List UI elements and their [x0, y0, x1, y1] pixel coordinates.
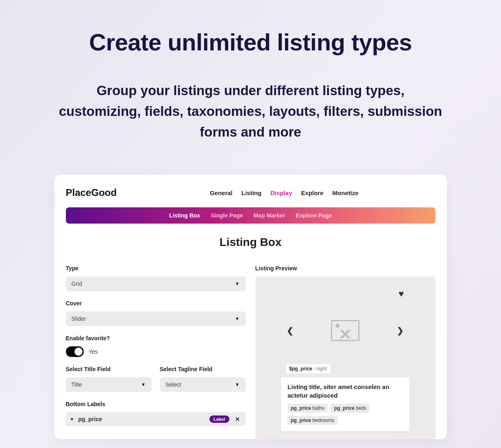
subtab-single-page[interactable]: Single Page	[211, 212, 243, 219]
hero-title: Create unlimited listing types	[0, 28, 501, 56]
type-label: Type	[66, 265, 246, 272]
heart-icon[interactable]: ♥	[399, 289, 404, 299]
next-arrow-icon[interactable]: ❯	[397, 326, 404, 335]
price-prefix: $pg_price	[289, 366, 312, 372]
top-nav-general[interactable]: General	[210, 189, 233, 196]
section-title: Listing Box	[66, 236, 436, 249]
preview-chip: pg_price beds	[331, 404, 370, 413]
bottom-labels-label: Bottom Labels	[66, 401, 246, 407]
chevron-down-icon: ▼	[235, 382, 240, 387]
settings-card: PlaceGood GeneralListingDisplayExploreMo…	[54, 175, 447, 439]
subtab-listing-box[interactable]: Listing Box	[169, 212, 200, 219]
preview-chip: pg_price bedrooms	[288, 416, 338, 425]
price-tag: $pg_price / night	[286, 364, 330, 373]
subtab-map-marker[interactable]: Map Marker	[254, 212, 285, 219]
type-select-value: Grid	[72, 281, 82, 287]
cover-select[interactable]: Slider ▼	[66, 311, 246, 326]
preview-image-area: ♥ ❮ ❯ $pg_price / night	[281, 284, 410, 377]
close-icon[interactable]: ✕	[233, 416, 242, 422]
top-nav-display[interactable]: Display	[270, 189, 292, 196]
chevron-down-icon: ▼	[235, 316, 240, 322]
top-nav: GeneralListingDisplayExploreMonetize	[210, 189, 359, 196]
preview-label: Listing Preview	[255, 265, 436, 272]
chevron-down-icon: ▼	[70, 417, 74, 422]
subtab-explore-page[interactable]: Explore Page	[296, 212, 332, 219]
top-nav-explore[interactable]: Explore	[301, 189, 323, 196]
chevron-down-icon: ▼	[141, 382, 146, 387]
preview-chips: pg_price bathspg_price bedspg_price bedr…	[288, 404, 403, 425]
preview-listing-title: Listing title, siter amet conselen an ac…	[288, 383, 403, 400]
bottom-label-text: pg_price	[78, 416, 205, 422]
favorite-toggle[interactable]	[66, 346, 84, 357]
tagline-field-label: Select Tagline Field	[160, 366, 246, 372]
image-placeholder-icon	[331, 320, 359, 341]
brand-logo: PlaceGood	[66, 187, 117, 198]
cover-label: Cover	[66, 300, 246, 307]
prev-arrow-icon[interactable]: ❮	[287, 326, 294, 335]
preview-card: ♥ ❮ ❯ $pg_price / night Listing title, s…	[281, 284, 410, 431]
title-field-label: Select Title Field	[66, 366, 152, 372]
top-nav-monetize[interactable]: Monetize	[332, 189, 358, 196]
bottom-label-item[interactable]: ▼ pg_price Label ✕	[66, 412, 246, 426]
tagline-field-value: Select	[166, 381, 181, 388]
title-field-select[interactable]: Title ▼	[66, 377, 152, 392]
toggle-knob	[74, 348, 83, 356]
top-nav-listing[interactable]: Listing	[242, 189, 261, 196]
cover-select-value: Slider	[72, 315, 86, 322]
preview-chip: pg_price baths	[288, 404, 328, 413]
preview-box: ♥ ❮ ❯ $pg_price / night Listing title, s…	[255, 276, 436, 439]
favorite-value: Yes	[89, 348, 98, 355]
price-suffix: / night	[312, 366, 327, 372]
tagline-field-select[interactable]: Select ▼	[160, 377, 246, 392]
hero-subtitle: Group your listings under different list…	[55, 80, 446, 142]
title-field-value: Title	[72, 381, 82, 388]
type-select[interactable]: Grid ▼	[66, 276, 246, 291]
favorite-label: Enable favorite?	[66, 335, 246, 341]
label-badge: Label	[209, 415, 229, 423]
subtabs: Listing BoxSingle PageMap MarkerExplore …	[66, 207, 436, 224]
chevron-down-icon: ▼	[235, 281, 240, 287]
